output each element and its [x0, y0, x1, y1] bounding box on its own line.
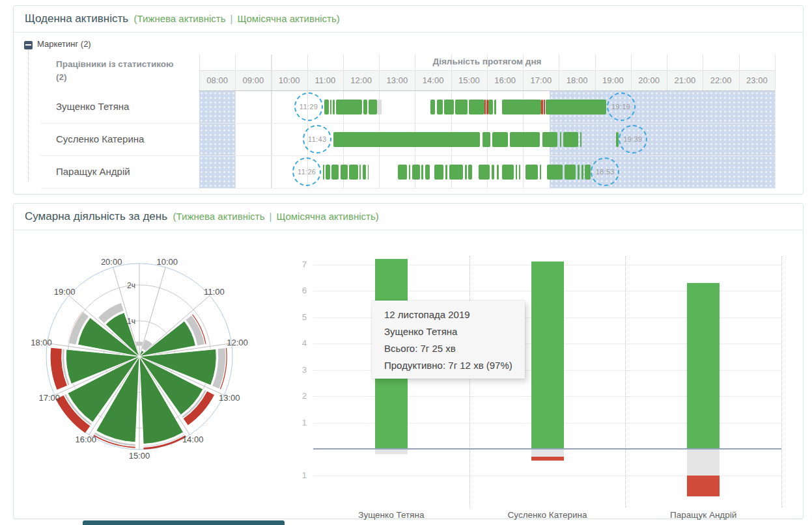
activity-segment-productive[interactable] — [563, 132, 578, 147]
bar-unproductive[interactable] — [687, 476, 720, 496]
monthly-activity-link[interactable]: Щомісячна активність — [237, 13, 336, 24]
tooltip-total: Всього: 7г 25 хв — [384, 340, 512, 357]
activity-segment-productive[interactable] — [349, 165, 358, 180]
activity-track[interactable]: 11:4319:39 — [199, 124, 776, 155]
activity-segment-productive[interactable] — [333, 100, 335, 114]
activity-segment-productive[interactable] — [580, 132, 581, 147]
activity-segment-productive[interactable] — [331, 165, 339, 180]
activity-segment-productive[interactable] — [560, 132, 561, 147]
collapse-group-icon[interactable] — [24, 41, 33, 49]
activity-segment-productive[interactable] — [445, 165, 447, 180]
activity-segment-idle[interactable] — [377, 100, 381, 114]
polar-sector-productive[interactable] — [139, 321, 195, 357]
polar-sector-neutral[interactable] — [136, 342, 143, 346]
hour-label: 15:00 — [451, 71, 487, 90]
off-hours-shade — [199, 124, 235, 155]
activity-segment-productive[interactable] — [546, 100, 607, 114]
activity-segment-productive[interactable] — [542, 132, 557, 147]
activity-segment-productive[interactable] — [398, 165, 407, 180]
activity-segment-productive[interactable] — [409, 165, 410, 180]
tree-guide-line — [28, 50, 29, 182]
y-axis-label: 3 — [285, 365, 307, 375]
bar-neutral[interactable] — [375, 449, 408, 454]
end-time-label: 19:39 — [623, 135, 642, 143]
activity-segment-productive[interactable] — [483, 132, 490, 147]
activity-segment-productive[interactable] — [497, 165, 499, 180]
activity-segment-productive[interactable] — [510, 132, 540, 147]
activity-segment-unproductive[interactable] — [484, 100, 486, 114]
activity-segment-productive[interactable] — [333, 132, 480, 147]
activity-segment-productive[interactable] — [449, 165, 463, 180]
bar-neutral[interactable] — [687, 449, 720, 476]
activity-segment-productive[interactable] — [437, 100, 443, 114]
tooltip-date: 12 листопада 2019 — [384, 306, 512, 323]
activity-segment-productive[interactable] — [363, 100, 367, 114]
activity-segment-productive[interactable] — [330, 100, 332, 114]
polar-hour-label: 11:00 — [204, 287, 225, 297]
page-title: Сумарна діяльність за день — [25, 210, 167, 222]
activity-segment-productive[interactable] — [540, 165, 542, 180]
y-axis-label: 1 — [285, 418, 307, 427]
activity-segment-productive[interactable] — [519, 165, 521, 180]
end-time-marker: 19:39 — [619, 125, 647, 154]
end-time-label: 19:19 — [611, 103, 630, 111]
activity-segment-productive[interactable] — [455, 100, 468, 114]
end-time-marker: 18:53 — [591, 157, 619, 186]
activity-segment-productive[interactable] — [430, 100, 436, 114]
monthly-activity-link[interactable]: Щомісячна активність — [276, 211, 375, 222]
bar-unproductive[interactable] — [531, 457, 564, 461]
activity-segment-productive[interactable] — [581, 165, 583, 180]
activity-segment-productive[interactable] — [502, 165, 514, 180]
activity-segment-productive[interactable] — [488, 100, 493, 114]
activity-segment-productive[interactable] — [369, 100, 377, 114]
y-axis-label: 7 — [285, 260, 307, 269]
activity-segment-productive[interactable] — [516, 165, 518, 180]
activity-segment-productive[interactable] — [565, 165, 576, 180]
activity-segment-productive[interactable] — [324, 100, 329, 114]
summary-charts-area: 10:0011:0012:0013:0014:0015:0016:0017:00… — [14, 230, 803, 518]
weekly-activity-link[interactable]: Тижнева активність — [176, 211, 265, 222]
activity-segment-productive[interactable] — [336, 100, 362, 114]
activity-segment-productive[interactable] — [585, 165, 591, 180]
activity-segment-productive[interactable] — [492, 165, 494, 180]
hour-label: 12:00 — [343, 71, 379, 90]
activity-track[interactable]: 11:2919:19 — [199, 91, 776, 123]
activity-segment-productive[interactable] — [341, 165, 348, 180]
activity-segment-productive[interactable] — [465, 165, 467, 180]
weekly-activity-link[interactable]: Тижнева активність — [137, 13, 226, 24]
activity-segment-productive[interactable] — [502, 100, 541, 114]
activity-segment-productive[interactable] — [578, 165, 580, 180]
activity-segment-productive[interactable] — [492, 132, 508, 147]
activity-segment-productive[interactable] — [359, 165, 361, 180]
polar-hour-label: 13:00 — [219, 393, 240, 403]
activity-segment-productive[interactable] — [525, 165, 538, 180]
start-time-marker: 11:26 — [292, 157, 321, 186]
activity-segment-productive[interactable] — [368, 165, 369, 180]
activity-segment-productive[interactable] — [547, 165, 563, 180]
polar-activity-clock[interactable]: 10:0011:0012:0013:0014:0015:0016:0017:00… — [0, 243, 278, 470]
activity-segment-productive[interactable] — [425, 165, 430, 180]
activity-segment-productive[interactable] — [326, 165, 330, 180]
y-axis-label: 5 — [285, 312, 307, 322]
activity-segment-productive[interactable] — [494, 100, 496, 114]
activity-segment-productive[interactable] — [412, 165, 420, 180]
bar-neutral[interactable] — [531, 449, 564, 457]
activity-track[interactable]: 11:2618:53 — [199, 156, 776, 188]
activity-segment-productive[interactable] — [323, 165, 324, 180]
activity-segment-productive[interactable] — [421, 165, 423, 180]
activity-segment-unproductive[interactable] — [541, 100, 542, 114]
activity-segment-productive[interactable] — [468, 165, 472, 180]
polar-hour-label: 20:00 — [101, 257, 122, 267]
polar-hour-label: 10:00 — [157, 257, 178, 267]
start-time-label: 11:43 — [308, 135, 326, 143]
activity-segment-productive[interactable] — [434, 165, 443, 180]
activity-segment-productive[interactable] — [479, 165, 490, 180]
activity-segment-productive[interactable] — [469, 100, 484, 114]
polar-hour-label: 17:00 — [38, 393, 60, 403]
bar-productive[interactable] — [531, 262, 564, 449]
activity-segment-productive[interactable] — [363, 165, 367, 180]
activity-segment-productive[interactable] — [444, 100, 453, 114]
end-time-label: 18:53 — [596, 168, 615, 176]
panel-header: Сумарна діяльність за день (Тижнева акти… — [14, 204, 803, 230]
bar-productive[interactable] — [687, 283, 720, 449]
